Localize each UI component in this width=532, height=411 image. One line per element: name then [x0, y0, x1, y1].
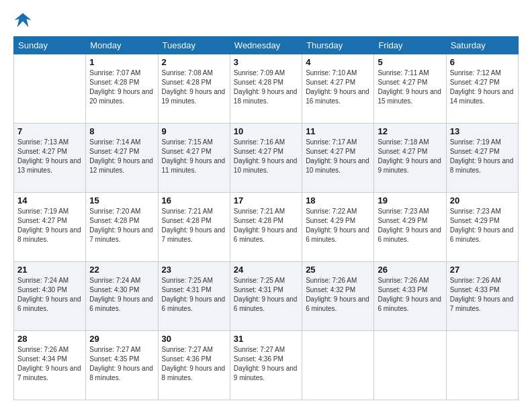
day-number: 6 — [450, 57, 515, 67]
cell-sun-info: Sunrise: 7:19 AM Sunset: 4:27 PM Dayligh… — [17, 207, 82, 244]
cell-sun-info: Sunrise: 7:23 AM Sunset: 4:29 PM Dayligh… — [378, 207, 442, 244]
day-number: 22 — [89, 265, 154, 275]
weekday-header: Sunday — [14, 37, 86, 54]
cell-sun-info: Sunrise: 7:08 AM Sunset: 4:28 PM Dayligh… — [162, 68, 226, 106]
calendar-cell — [374, 331, 446, 400]
day-number: 4 — [306, 57, 370, 67]
weekday-header: Wednesday — [230, 37, 302, 54]
day-number: 16 — [162, 195, 226, 205]
day-number: 13 — [450, 126, 515, 136]
cell-sun-info: Sunrise: 7:27 AM Sunset: 4:36 PM Dayligh… — [234, 345, 298, 383]
svg-marker-0 — [14, 13, 31, 28]
calendar-cell: 22Sunrise: 7:24 AM Sunset: 4:30 PM Dayli… — [86, 262, 158, 331]
calendar-cell: 5Sunrise: 7:11 AM Sunset: 4:27 PM Daylig… — [374, 54, 446, 124]
cell-sun-info: Sunrise: 7:21 AM Sunset: 4:28 PM Dayligh… — [234, 207, 298, 244]
calendar-cell: 18Sunrise: 7:22 AM Sunset: 4:29 PM Dayli… — [302, 193, 374, 262]
day-number: 15 — [89, 195, 154, 205]
day-number: 25 — [306, 265, 370, 275]
calendar-cell: 4Sunrise: 7:10 AM Sunset: 4:27 PM Daylig… — [302, 54, 374, 124]
calendar-cell: 6Sunrise: 7:12 AM Sunset: 4:27 PM Daylig… — [446, 54, 518, 124]
cell-sun-info: Sunrise: 7:21 AM Sunset: 4:28 PM Dayligh… — [162, 207, 226, 244]
day-number: 20 — [450, 195, 515, 205]
day-number: 10 — [234, 126, 298, 136]
day-number: 3 — [234, 57, 298, 67]
day-number: 27 — [450, 265, 515, 275]
calendar-cell: 1Sunrise: 7:07 AM Sunset: 4:28 PM Daylig… — [86, 54, 158, 124]
calendar-cell — [14, 54, 86, 124]
calendar-cell: 15Sunrise: 7:20 AM Sunset: 4:28 PM Dayli… — [86, 193, 158, 262]
day-number: 30 — [162, 334, 226, 344]
calendar-cell: 10Sunrise: 7:16 AM Sunset: 4:27 PM Dayli… — [230, 124, 302, 193]
cell-sun-info: Sunrise: 7:26 AM Sunset: 4:32 PM Dayligh… — [306, 276, 370, 314]
day-number: 18 — [306, 195, 370, 205]
cell-sun-info: Sunrise: 7:07 AM Sunset: 4:28 PM Dayligh… — [89, 68, 154, 106]
cell-sun-info: Sunrise: 7:26 AM Sunset: 4:34 PM Dayligh… — [17, 345, 82, 383]
calendar-week-row: 7Sunrise: 7:13 AM Sunset: 4:27 PM Daylig… — [14, 124, 519, 193]
day-number: 5 — [378, 57, 442, 67]
cell-sun-info: Sunrise: 7:15 AM Sunset: 4:27 PM Dayligh… — [162, 138, 226, 175]
cell-sun-info: Sunrise: 7:12 AM Sunset: 4:27 PM Dayligh… — [450, 68, 515, 106]
calendar-cell: 26Sunrise: 7:26 AM Sunset: 4:33 PM Dayli… — [374, 262, 446, 331]
day-number: 14 — [17, 195, 82, 205]
calendar-cell — [446, 331, 518, 400]
calendar-week-row: 21Sunrise: 7:24 AM Sunset: 4:30 PM Dayli… — [14, 262, 519, 331]
cell-sun-info: Sunrise: 7:27 AM Sunset: 4:35 PM Dayligh… — [89, 345, 154, 383]
day-number: 12 — [378, 126, 442, 136]
cell-sun-info: Sunrise: 7:27 AM Sunset: 4:36 PM Dayligh… — [162, 345, 226, 383]
calendar-cell: 8Sunrise: 7:14 AM Sunset: 4:27 PM Daylig… — [86, 124, 158, 193]
calendar-cell: 2Sunrise: 7:08 AM Sunset: 4:28 PM Daylig… — [158, 54, 230, 124]
calendar-cell: 28Sunrise: 7:26 AM Sunset: 4:34 PM Dayli… — [14, 331, 86, 400]
cell-sun-info: Sunrise: 7:23 AM Sunset: 4:29 PM Dayligh… — [450, 207, 515, 244]
cell-sun-info: Sunrise: 7:24 AM Sunset: 4:30 PM Dayligh… — [89, 276, 154, 314]
cell-sun-info: Sunrise: 7:14 AM Sunset: 4:27 PM Dayligh… — [89, 138, 154, 175]
cell-sun-info: Sunrise: 7:26 AM Sunset: 4:33 PM Dayligh… — [378, 276, 442, 314]
cell-sun-info: Sunrise: 7:17 AM Sunset: 4:27 PM Dayligh… — [306, 138, 370, 175]
weekday-header-row: SundayMondayTuesdayWednesdayThursdayFrid… — [14, 37, 519, 54]
cell-sun-info: Sunrise: 7:11 AM Sunset: 4:27 PM Dayligh… — [378, 68, 442, 106]
day-number: 24 — [234, 265, 298, 275]
calendar-cell: 17Sunrise: 7:21 AM Sunset: 4:28 PM Dayli… — [230, 193, 302, 262]
day-number: 7 — [17, 126, 82, 136]
calendar-cell: 24Sunrise: 7:25 AM Sunset: 4:31 PM Dayli… — [230, 262, 302, 331]
cell-sun-info: Sunrise: 7:22 AM Sunset: 4:29 PM Dayligh… — [306, 207, 370, 244]
calendar-cell: 3Sunrise: 7:09 AM Sunset: 4:28 PM Daylig… — [230, 54, 302, 124]
calendar-cell: 16Sunrise: 7:21 AM Sunset: 4:28 PM Dayli… — [158, 193, 230, 262]
calendar-cell: 20Sunrise: 7:23 AM Sunset: 4:29 PM Dayli… — [446, 193, 518, 262]
calendar-cell: 21Sunrise: 7:24 AM Sunset: 4:30 PM Dayli… — [14, 262, 86, 331]
day-number: 17 — [234, 195, 298, 205]
weekday-header: Friday — [374, 37, 446, 54]
weekday-header: Tuesday — [158, 37, 230, 54]
header — [13, 11, 519, 30]
page: SundayMondayTuesdayWednesdayThursdayFrid… — [0, 0, 532, 411]
day-number: 26 — [378, 265, 442, 275]
calendar-cell: 23Sunrise: 7:25 AM Sunset: 4:31 PM Dayli… — [158, 262, 230, 331]
day-number: 2 — [162, 57, 226, 67]
calendar-cell: 7Sunrise: 7:13 AM Sunset: 4:27 PM Daylig… — [14, 124, 86, 193]
cell-sun-info: Sunrise: 7:26 AM Sunset: 4:33 PM Dayligh… — [450, 276, 515, 314]
cell-sun-info: Sunrise: 7:25 AM Sunset: 4:31 PM Dayligh… — [234, 276, 298, 314]
calendar-cell: 30Sunrise: 7:27 AM Sunset: 4:36 PM Dayli… — [158, 331, 230, 400]
calendar-cell: 13Sunrise: 7:19 AM Sunset: 4:27 PM Dayli… — [446, 124, 518, 193]
cell-sun-info: Sunrise: 7:20 AM Sunset: 4:28 PM Dayligh… — [89, 207, 154, 244]
calendar-table: SundayMondayTuesdayWednesdayThursdayFrid… — [13, 36, 519, 400]
cell-sun-info: Sunrise: 7:10 AM Sunset: 4:27 PM Dayligh… — [306, 68, 370, 106]
day-number: 11 — [306, 126, 370, 136]
cell-sun-info: Sunrise: 7:16 AM Sunset: 4:27 PM Dayligh… — [234, 138, 298, 175]
day-number: 19 — [378, 195, 442, 205]
day-number: 9 — [162, 126, 226, 136]
logo — [13, 11, 35, 30]
weekday-header: Monday — [86, 37, 158, 54]
calendar-cell: 11Sunrise: 7:17 AM Sunset: 4:27 PM Dayli… — [302, 124, 374, 193]
logo-icon — [13, 11, 32, 30]
cell-sun-info: Sunrise: 7:19 AM Sunset: 4:27 PM Dayligh… — [450, 138, 515, 175]
cell-sun-info: Sunrise: 7:24 AM Sunset: 4:30 PM Dayligh… — [17, 276, 82, 314]
calendar-week-row: 1Sunrise: 7:07 AM Sunset: 4:28 PM Daylig… — [14, 54, 519, 124]
day-number: 8 — [89, 126, 154, 136]
weekday-header: Saturday — [446, 37, 518, 54]
day-number: 23 — [162, 265, 226, 275]
calendar-cell: 29Sunrise: 7:27 AM Sunset: 4:35 PM Dayli… — [86, 331, 158, 400]
calendar-cell: 31Sunrise: 7:27 AM Sunset: 4:36 PM Dayli… — [230, 331, 302, 400]
cell-sun-info: Sunrise: 7:18 AM Sunset: 4:27 PM Dayligh… — [378, 138, 442, 175]
calendar-cell: 14Sunrise: 7:19 AM Sunset: 4:27 PM Dayli… — [14, 193, 86, 262]
cell-sun-info: Sunrise: 7:25 AM Sunset: 4:31 PM Dayligh… — [162, 276, 226, 314]
